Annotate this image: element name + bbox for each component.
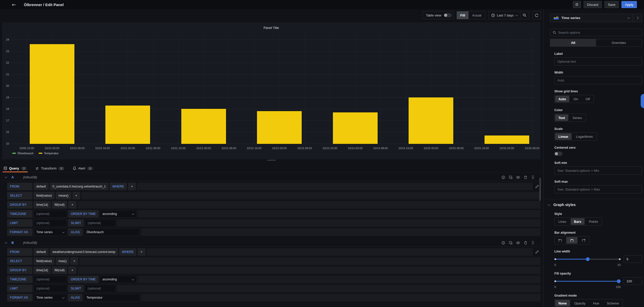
select-label[interactable]: SELECT: [7, 257, 33, 265]
temperatur-bar[interactable]: [485, 135, 529, 144]
timezone-input[interactable]: (optional): [34, 210, 67, 218]
apply-button[interactable]: Apply: [621, 1, 637, 8]
remove-query-trash-icon[interactable]: [523, 241, 527, 245]
edit-query-pencil-icon[interactable]: [534, 248, 540, 256]
orderby-label[interactable]: ORDER BY TIME: [68, 276, 99, 283]
line-width-slider[interactable]: [554, 257, 621, 261]
groupby-label[interactable]: GROUP BY: [7, 266, 33, 274]
select-field[interactable]: field(value): [34, 257, 55, 265]
from-label[interactable]: FROM: [7, 183, 33, 190]
groupby-fill[interactable]: fill(null): [52, 266, 68, 274]
style-points-option[interactable]: Points: [585, 218, 602, 225]
sidebar-edge-button[interactable]: [641, 94, 644, 108]
grid-off-option[interactable]: Off: [582, 96, 594, 102]
alias-label[interactable]: ALIAS: [68, 294, 83, 301]
format-select[interactable]: Time series: [34, 294, 67, 301]
query-a-header[interactable]: A (InfluxDB): [2, 174, 540, 181]
bar-align-before-option[interactable]: [555, 237, 566, 244]
limit-input[interactable]: (optional): [34, 285, 67, 292]
from-policy[interactable]: default: [34, 183, 49, 190]
table-view-toggle[interactable]: [444, 13, 452, 17]
gradient-none-option[interactable]: None: [555, 300, 570, 306]
toggle-visibility-eye-icon[interactable]: [516, 241, 520, 245]
orderby-label[interactable]: ORDER BY TIME: [68, 210, 99, 218]
tab-overrides[interactable]: Overrides: [596, 39, 642, 46]
collapse-icon[interactable]: [5, 241, 7, 244]
visualization-select[interactable]: Time series: [550, 14, 633, 22]
add-condition-button[interactable]: +: [137, 248, 145, 256]
where-label[interactable]: WHERE: [119, 248, 137, 256]
soft-max-input[interactable]: See: Standard options > Max: [554, 185, 642, 193]
slimit-label[interactable]: SLIMIT: [68, 285, 84, 292]
options-search-input[interactable]: Search options: [550, 29, 642, 36]
timezone-label[interactable]: TIMEZONE: [7, 210, 33, 218]
line-width-value[interactable]: 5: [624, 255, 642, 263]
legend-item[interactable]: Ölverbrauch: [12, 152, 34, 155]
drag-handle-grip-icon[interactable]: [531, 241, 535, 245]
color-text-option[interactable]: Text: [555, 114, 568, 121]
add-groupby-button[interactable]: +: [68, 266, 76, 274]
width-input[interactable]: Auto: [554, 76, 642, 84]
color-series-option[interactable]: Series: [569, 114, 586, 121]
add-groupby-button[interactable]: +: [68, 201, 76, 209]
collapse-icon[interactable]: [5, 176, 7, 178]
legend-item[interactable]: Temperatur: [39, 152, 59, 155]
where-label[interactable]: WHERE: [109, 183, 127, 190]
duplicate-query-icon[interactable]: [509, 175, 513, 179]
add-select-button[interactable]: +: [70, 257, 78, 265]
add-condition-button[interactable]: +: [128, 183, 136, 190]
zoom-out-button[interactable]: [520, 11, 529, 19]
query-b-header[interactable]: B (InfluxDB): [2, 239, 540, 247]
alias-input[interactable]: Ölverbrauch: [84, 228, 140, 236]
orderby-select[interactable]: ascending: [100, 210, 137, 218]
timezone-label[interactable]: TIMEZONE: [7, 276, 33, 283]
refresh-button[interactable]: [532, 11, 541, 19]
limit-label[interactable]: LIMIT: [7, 219, 33, 227]
limit-label[interactable]: LIMIT: [7, 285, 33, 292]
fill-option[interactable]: Fill: [457, 11, 469, 19]
temperatur-bar[interactable]: [257, 111, 302, 144]
slimit-input[interactable]: (optional): [85, 219, 116, 227]
query-help-icon[interactable]: [501, 175, 505, 179]
groupby-time[interactable]: time(1d): [34, 201, 51, 209]
tab-alert[interactable]: Alert 0: [73, 166, 93, 172]
grid-auto-option[interactable]: Auto: [555, 96, 569, 102]
discard-button[interactable]: Discard: [584, 1, 602, 8]
timezone-input[interactable]: (optional): [34, 276, 67, 283]
temperatur-bar[interactable]: [105, 106, 150, 144]
slimit-input[interactable]: (optional): [85, 285, 116, 292]
alias-label[interactable]: ALIAS: [68, 228, 83, 236]
time-range-picker[interactable]: Last 7 days: [489, 11, 520, 19]
from-measurement[interactable]: weatherunderground.0.forecast.current.te…: [50, 248, 118, 256]
temperatur-bar[interactable]: [30, 44, 74, 144]
format-label[interactable]: FORMAT AS: [7, 228, 33, 236]
label-input[interactable]: Optional text: [554, 57, 642, 65]
panel-settings-gear-icon[interactable]: ⚙: [573, 1, 581, 8]
panel-resize-handle[interactable]: [267, 160, 276, 161]
fill-opacity-slider-thumb[interactable]: [617, 279, 621, 283]
gradient-hue-option[interactable]: Hue: [589, 300, 603, 306]
select-field[interactable]: field(value): [34, 192, 55, 199]
temperatur-bar[interactable]: [181, 109, 226, 144]
select-label[interactable]: SELECT: [7, 192, 33, 199]
temperatur-bar[interactable]: [409, 97, 453, 144]
line-width-slider-thumb[interactable]: [586, 257, 590, 261]
centered-zero-toggle[interactable]: [554, 152, 562, 156]
toggle-viz-suggestions-button[interactable]: [633, 14, 642, 22]
limit-input[interactable]: (optional): [34, 219, 67, 227]
scale-linear-option[interactable]: Linear: [555, 133, 572, 140]
bar-align-after-option[interactable]: [578, 237, 589, 244]
style-bars-option[interactable]: Bars: [571, 218, 585, 225]
back-arrow-icon[interactable]: ←: [10, 1, 18, 8]
slimit-label[interactable]: SLIMIT: [68, 219, 84, 227]
tab-query[interactable]: Query 2: [4, 166, 27, 172]
duplicate-query-icon[interactable]: [509, 241, 513, 245]
style-lines-option[interactable]: Lines: [555, 218, 570, 225]
orderby-select[interactable]: ascending: [100, 276, 137, 283]
save-button[interactable]: Save: [604, 1, 619, 8]
query-scrollbar-thumb[interactable]: [539, 178, 541, 201]
query-help-icon[interactable]: [501, 241, 505, 245]
from-measurement[interactable]: 0_userdata.0.heizung.oelverbrauch_1: [50, 183, 109, 190]
format-select[interactable]: Time series: [34, 228, 67, 236]
format-label[interactable]: FORMAT AS: [7, 294, 33, 301]
